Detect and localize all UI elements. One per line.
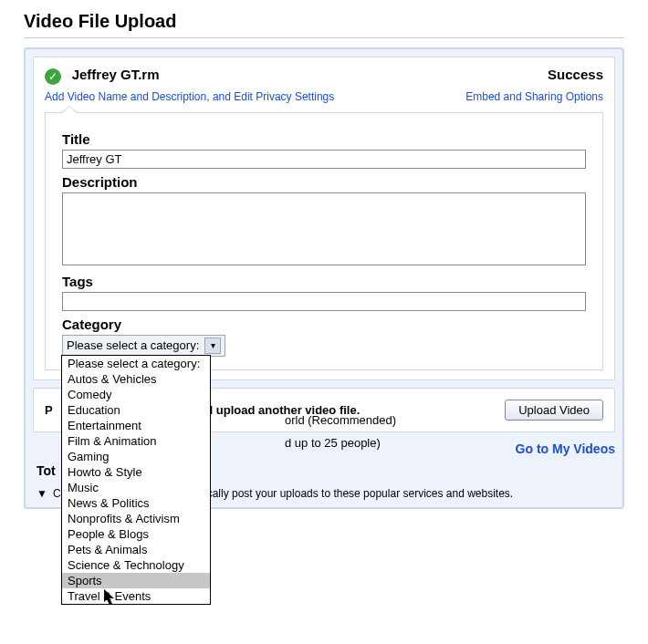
title-label: Title <box>62 131 586 147</box>
divider <box>24 37 624 38</box>
video-form: Title Description Tags Category Please s… <box>45 112 603 370</box>
upload-video-button[interactable]: Upload Video <box>505 400 603 421</box>
category-option[interactable]: Gaming <box>62 449 210 464</box>
description-input[interactable] <box>62 192 586 265</box>
edit-details-link[interactable]: Add Video Name and Description, and Edit… <box>45 90 334 103</box>
category-option[interactable]: Please select a category: <box>62 356 210 371</box>
chevron-down-icon[interactable]: ▼ <box>37 487 47 500</box>
category-option[interactable]: Sports <box>62 573 210 588</box>
category-option[interactable]: News & Politics <box>62 495 210 511</box>
category-option[interactable]: Autos & Vehicles <box>62 371 210 387</box>
category-option[interactable]: People & Blogs <box>62 526 210 542</box>
category-option[interactable]: Education <box>62 402 210 418</box>
tags-label: Tags <box>62 274 586 289</box>
upload-prompt-prefix: P <box>45 403 53 417</box>
category-option[interactable]: Nonprofits & Activism <box>62 511 210 526</box>
category-selected: Please select a category: <box>67 338 199 352</box>
file-name: Jeffrey GT.rm <box>72 67 160 82</box>
category-option[interactable]: Pets & Animals <box>62 542 210 557</box>
category-option[interactable]: Science & Technology <box>62 557 210 573</box>
category-option[interactable]: Howto & Style <box>62 464 210 480</box>
check-icon: ✓ <box>45 68 61 85</box>
description-label: Description <box>62 174 586 190</box>
category-option[interactable]: Comedy <box>62 387 210 402</box>
status-label: Success <box>548 67 603 82</box>
upload-container: ✓ Jeffrey GT.rm Success Add Video Name a… <box>24 47 624 509</box>
embed-sharing-link[interactable]: Embed and Sharing Options <box>465 90 603 103</box>
category-option[interactable]: Music <box>62 480 210 495</box>
totals-label: Tot <box>37 463 56 478</box>
privacy-text-fragment-2: d up to 25 people) <box>279 435 386 451</box>
chevron-down-icon: ▾ <box>204 338 221 354</box>
title-input[interactable] <box>62 150 586 169</box>
category-select[interactable]: Please select a category: ▾ orld (Recomm… <box>62 335 225 357</box>
tags-input[interactable] <box>62 292 586 311</box>
go-to-my-videos-link[interactable]: Go to My Videos <box>516 441 615 456</box>
category-dropdown[interactable]: orld (Recommended) d up to 25 people) Pl… <box>61 355 211 605</box>
category-option[interactable]: Film & Animation <box>62 433 210 449</box>
privacy-text-fragment-1: orld (Recommended) <box>279 412 402 428</box>
category-label: Category <box>62 317 586 332</box>
category-option[interactable]: Entertainment <box>62 418 210 433</box>
category-option[interactable]: Travel & Events <box>62 588 210 604</box>
page-title: Video File Upload <box>24 11 624 32</box>
file-card: ✓ Jeffrey GT.rm Success Add Video Name a… <box>33 57 615 380</box>
